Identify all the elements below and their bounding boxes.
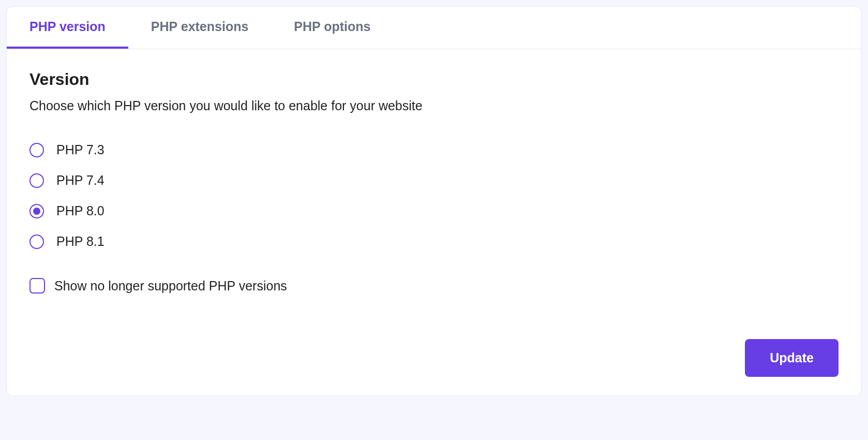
radio-icon (29, 204, 44, 218)
radio-php-7-4[interactable]: PHP 7.4 (29, 173, 839, 188)
radio-php-7-3[interactable]: PHP 7.3 (29, 142, 839, 157)
checkbox-label: Show no longer supported PHP versions (54, 278, 287, 294)
tab-php-options[interactable]: PHP options (271, 7, 393, 49)
section-heading: Version (29, 70, 839, 89)
radio-php-8-0[interactable]: PHP 8.0 (29, 203, 839, 218)
radio-php-8-1[interactable]: PHP 8.1 (29, 234, 839, 249)
update-button[interactable]: Update (745, 339, 839, 377)
section-description: Choose which PHP version you would like … (29, 98, 839, 113)
radio-label: PHP 7.4 (56, 173, 104, 188)
radio-label: PHP 7.3 (56, 142, 104, 157)
radio-icon (29, 173, 44, 188)
tab-content: Version Choose which PHP version you wou… (7, 49, 861, 339)
radio-icon (29, 143, 44, 157)
radio-icon (29, 234, 44, 249)
php-config-panel: PHP version PHP extensions PHP options V… (6, 6, 862, 396)
tab-php-extensions[interactable]: PHP extensions (128, 7, 272, 49)
php-version-radio-group: PHP 7.3 PHP 7.4 PHP 8.0 PHP 8.1 (29, 142, 839, 249)
radio-label: PHP 8.1 (56, 234, 104, 249)
panel-footer: Update (7, 339, 861, 395)
tab-php-version[interactable]: PHP version (7, 7, 128, 49)
tab-bar: PHP version PHP extensions PHP options (7, 7, 861, 49)
radio-label: PHP 8.0 (56, 203, 104, 218)
show-unsupported-checkbox[interactable]: Show no longer supported PHP versions (29, 278, 839, 294)
checkbox-icon (29, 278, 45, 294)
